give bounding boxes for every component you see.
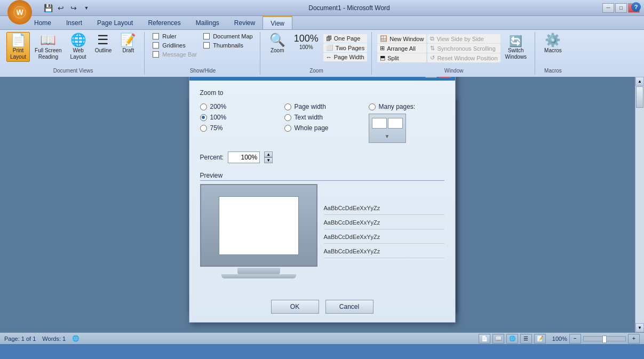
show-hide-label: Show/Hide [190,67,216,74]
option-whole-page[interactable]: Whole page [284,124,360,132]
tab-page-layout[interactable]: Page Layout [90,16,140,29]
view-side-by-side-btn[interactable]: ⧉ View Side by Side [427,34,500,43]
status-print-layout-btn[interactable]: 📄 [479,334,490,344]
status-full-screen-btn[interactable]: 📖 [492,334,504,344]
radio-text-width [284,114,291,121]
full-screen-reading-btn[interactable]: 📖 Full ScreenReading [31,32,66,62]
scroll-down-btn[interactable]: ▼ [635,323,644,332]
message-bar-checkbox-row[interactable]: Message Bar [150,50,200,59]
option-page-width[interactable]: Page width [284,103,360,110]
ok-button[interactable]: OK [271,300,319,314]
switch-windows-icon: 🔄 [509,36,522,46]
zoom-100-button[interactable]: 100% 100% [290,32,322,52]
gridlines-checkbox-row[interactable]: Gridlines [150,41,200,50]
redo-quick-btn[interactable]: ↪ [68,3,79,13]
full-screen-icon: 📖 [40,34,56,46]
message-bar-checkbox [153,51,159,58]
radio-200 [200,103,207,110]
zoom-slider[interactable] [583,336,626,341]
preview-text-2: AaBbCcDdEeXxYyZz [324,219,444,229]
help-button[interactable]: ? [631,2,641,12]
split-icon: ⬒ [380,54,385,61]
language-icon: 🌐 [72,335,79,342]
synchronous-scrolling-btn[interactable]: ⇅ Synchronous Scrolling [427,44,500,53]
tab-mailings[interactable]: Mailings [188,16,227,29]
radio-page-width [284,103,291,110]
split-btn[interactable]: ⬒ Split [377,53,426,62]
zoom-percent: 100% [552,336,567,342]
page-info: Page: 1 of 1 [4,336,36,342]
dialog-help-btn[interactable]: ? [425,77,437,78]
tab-view[interactable]: View [263,16,292,29]
tab-insert[interactable]: Insert [59,16,90,29]
draft-btn[interactable]: 📝 Draft [116,32,140,55]
status-draft-btn[interactable]: 📝 [534,334,546,344]
web-layout-btn[interactable]: 🌐 WebLayout [67,32,90,62]
window-btns-col2: ⧉ View Side by Side ⇅ Synchronous Scroll… [427,34,500,62]
option-text-width[interactable]: Text width [284,114,360,121]
one-page-btn[interactable]: 🗐 One Page [323,34,367,43]
arrange-all-btn[interactable]: ⊞ Arrange All [377,44,426,53]
zoom-in-btn[interactable]: + [628,334,640,344]
option-100[interactable]: 100% [200,114,276,121]
document-map-checkbox-row[interactable]: Document Map [201,32,256,41]
radio-75 [200,125,207,132]
option-many-pages[interactable]: Many pages: [369,103,444,110]
save-quick-btn[interactable]: 💾 [43,3,53,13]
zoom-100-icon: 100% [294,34,319,43]
spin-down-btn[interactable]: ▼ [264,157,273,163]
status-web-layout-btn[interactable]: 🌐 [506,334,518,344]
status-outline-btn[interactable]: ☰ [520,334,532,344]
option-100-label: 100% [210,114,227,121]
radio-100 [200,114,207,121]
preview-base [221,274,296,278]
show-hide-col1: Ruler Gridlines Message Bar [150,32,200,59]
window-group-label: Window [444,67,464,74]
spin-up-btn[interactable]: ▲ [264,151,273,157]
maximize-button[interactable]: □ [615,3,627,13]
outline-btn[interactable]: ☰ Outline [91,32,116,55]
preview-text-1: AaBbCcDdEeXxYyZz [324,205,444,215]
many-pages-icon[interactable]: ▼ [369,114,406,143]
scroll-thumb-v[interactable] [636,86,643,108]
thumbnails-checkbox-row[interactable]: Thumbnails [201,41,256,50]
office-button[interactable]: W [7,0,32,25]
print-layout-btn[interactable]: 📄 PrintLayout [6,32,30,62]
percent-input[interactable] [228,151,260,163]
one-page-icon: 🗐 [326,35,332,42]
document-scroll-area: WebForPC.Com WebForPC ▲ ▼ Zoom ? [0,77,644,332]
cancel-button[interactable]: Cancel [325,300,373,314]
arrange-all-label: Arrange All [387,45,416,52]
ruler-checkbox-row[interactable]: Ruler [150,32,200,41]
dialog-close-btn[interactable]: ✕ [439,77,451,78]
dialog-title-controls: ? ✕ [425,77,451,78]
window-title: Document1 - Microsoft Word [96,4,602,12]
option-75[interactable]: 75% [200,124,276,132]
macros-button[interactable]: ⚙️ Macros [540,32,566,55]
two-pages-btn[interactable]: ⬜ Two Pages [323,43,367,52]
print-layout-label: PrintLayout [10,47,26,60]
macros-label: Macros [544,47,562,54]
group-document-views: 📄 PrintLayout 📖 Full ScreenReading 🌐 Web… [2,32,145,75]
status-bar-left: Page: 1 of 1 Words: 1 🌐 [4,335,79,342]
tab-references[interactable]: References [140,16,188,29]
qa-dropdown-btn[interactable]: ▼ [81,3,92,13]
reset-window-btn[interactable]: ↺ Reset Window Position [427,53,500,62]
two-pages-label: Two Pages [336,45,364,51]
tab-home[interactable]: Home [27,16,59,29]
switch-windows-btn[interactable]: 🔄 SwitchWindows [502,34,531,62]
two-pages-icon: ⬜ [326,44,333,51]
spin-buttons: ▲ ▼ [264,151,273,163]
scroll-up-btn[interactable]: ▲ [635,77,644,86]
new-window-btn[interactable]: 🪟 New Window [377,34,426,43]
vertical-scrollbar[interactable]: ▲ ▼ [635,77,644,332]
page-width-btn[interactable]: ↔ Page Width [323,53,367,61]
tab-review[interactable]: Review [227,16,263,29]
zoom-out-btn[interactable]: − [569,334,581,344]
option-200[interactable]: 200% [200,103,276,110]
zoom-col-2: Page width Text width Whole page [284,103,360,143]
undo-quick-btn[interactable]: ↩ [55,3,66,13]
option-many-pages-label: Many pages: [379,103,416,110]
minimize-button[interactable]: ─ [602,3,614,13]
zoom-button[interactable]: 🔍 Zoom [266,32,289,55]
